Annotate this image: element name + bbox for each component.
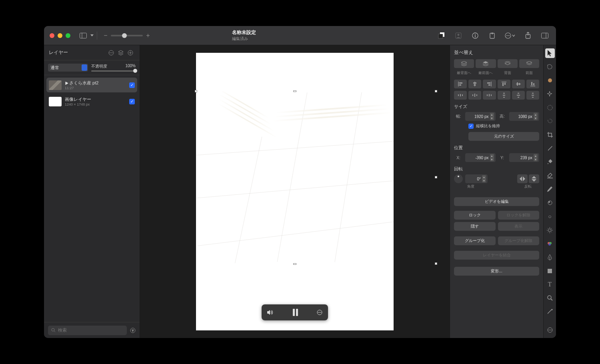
distribute-center-v-button[interactable] — [512, 91, 525, 100]
y-input[interactable]: 239 px▲▼ — [509, 153, 540, 162]
edit-video-button[interactable]: ビデオを編集 — [454, 197, 539, 206]
group-button[interactable]: グループ化 — [454, 236, 496, 245]
svg-rect-41 — [487, 82, 490, 84]
flip-horizontal-button[interactable] — [517, 174, 528, 183]
original-size-button[interactable]: 元のサイズ — [468, 132, 539, 141]
bring-forward-button[interactable] — [519, 59, 539, 68]
adjust-tool[interactable] — [545, 225, 555, 235]
x-input[interactable]: -390 px▲▼ — [465, 153, 496, 162]
eyedropper-tool[interactable] — [545, 307, 555, 316]
sidebar-dropdown-button[interactable] — [89, 31, 95, 40]
distribute-right-button[interactable] — [483, 91, 496, 100]
lasso-tool[interactable] — [545, 116, 555, 126]
smudge-tool[interactable] — [545, 198, 555, 208]
filter-icon[interactable] — [130, 328, 136, 333]
arrow-tool[interactable] — [545, 48, 555, 58]
merge-layers-button[interactable]: レイヤーを結合 — [454, 251, 539, 260]
svg-rect-36 — [459, 84, 461, 86]
sidebar-toggle-button[interactable] — [78, 31, 89, 40]
volume-button[interactable] — [267, 310, 274, 315]
info-button[interactable] — [470, 31, 481, 40]
unlock-button[interactable]: ロックを解除 — [498, 211, 540, 220]
opacity-slider[interactable] — [91, 70, 136, 72]
colors-button[interactable] — [436, 31, 447, 40]
distribute-bottom-button[interactable] — [526, 91, 539, 100]
layer-item-video[interactable]: さくら水産 pt2 11:27 ✓ — [46, 78, 137, 92]
pause-button[interactable] — [293, 309, 298, 316]
video-layer-content[interactable] — [196, 91, 394, 263]
pen-tool[interactable] — [545, 252, 555, 262]
height-input[interactable]: 1080 px▲▼ — [509, 112, 540, 121]
align-bottom-button[interactable] — [526, 80, 539, 88]
align-top-button[interactable] — [498, 80, 510, 88]
playbar-more-button[interactable] — [317, 310, 322, 315]
marquee-tool[interactable] — [545, 103, 555, 112]
ungroup-button[interactable]: グループ化解除 — [498, 236, 540, 245]
align-center-h-button[interactable] — [468, 80, 481, 88]
add-layer-icon[interactable] — [128, 50, 135, 56]
inspector-toggle-button[interactable] — [539, 31, 550, 40]
svg-rect-42 — [488, 84, 490, 86]
zoom-out-button[interactable]: − — [103, 31, 108, 40]
svg-point-23 — [112, 52, 113, 53]
new-doc-button[interactable] — [486, 31, 498, 40]
selection-handle-top[interactable] — [293, 90, 296, 92]
selection-handle-tr[interactable] — [435, 90, 437, 92]
zoom-in-button[interactable]: + — [145, 31, 151, 40]
layer-search-input[interactable]: 検索 — [48, 326, 127, 335]
layer-item-image[interactable]: 画像レイヤー 1240 × 1748 px ✓ — [46, 94, 137, 109]
selection-handle[interactable] — [195, 90, 197, 92]
freeform-select-tool[interactable] — [545, 62, 555, 72]
magic-wand-tool[interactable] — [545, 89, 555, 99]
zoom-tool[interactable] — [545, 293, 555, 303]
blend-mode-select[interactable]: 通常 — [48, 64, 88, 72]
minimize-window-button[interactable] — [58, 33, 62, 38]
svg-rect-69 — [532, 97, 534, 98]
selection-handle-br[interactable] — [435, 262, 437, 265]
flip-vertical-button[interactable] — [529, 174, 539, 183]
bring-to-front-button[interactable] — [476, 59, 496, 68]
color-select-tool[interactable] — [545, 76, 555, 85]
hide-button[interactable]: 隠す — [454, 222, 496, 231]
toolbar-more-icon[interactable] — [545, 325, 555, 335]
lock-button[interactable]: ロック — [454, 211, 496, 220]
fill-tool[interactable] — [545, 157, 555, 167]
canvas[interactable] — [140, 45, 450, 338]
show-button[interactable]: 表示 — [498, 222, 540, 231]
selection-handle-bottom[interactable] — [293, 263, 296, 265]
align-center-v-button[interactable] — [512, 80, 525, 88]
erase-tool[interactable] — [545, 171, 555, 180]
zoom-slider[interactable] — [111, 35, 143, 36]
transform-button[interactable]: 変形... — [454, 267, 539, 276]
align-left-button[interactable] — [454, 80, 467, 88]
layer-visibility-checkbox[interactable]: ✓ — [129, 99, 135, 104]
width-input[interactable]: 1920 px▲▼ — [465, 112, 496, 121]
crop-tool[interactable] — [545, 130, 555, 140]
layer-visibility-checkbox[interactable]: ✓ — [129, 82, 135, 88]
svg-rect-0 — [80, 33, 87, 38]
svg-point-74 — [548, 229, 551, 232]
share-button[interactable] — [522, 31, 534, 40]
clone-tool[interactable]: ○ — [545, 212, 555, 221]
more-menu-button[interactable] — [503, 31, 517, 40]
angle-input[interactable]: 0°▲▼ — [465, 174, 488, 183]
effects-tool[interactable] — [545, 239, 555, 248]
layers-options-icon[interactable] — [108, 50, 116, 56]
send-backward-button[interactable] — [498, 59, 518, 68]
selection-handle-r[interactable] — [435, 176, 437, 178]
pencil-tool[interactable] — [545, 184, 555, 194]
send-to-back-button[interactable] — [454, 59, 474, 68]
close-window-button[interactable] — [50, 33, 54, 38]
fullscreen-window-button[interactable] — [66, 33, 70, 38]
distribute-center-h-button[interactable] — [468, 91, 481, 100]
text-tool[interactable]: T — [545, 280, 555, 289]
paint-tool[interactable] — [545, 144, 555, 153]
shape-tool[interactable] — [545, 266, 555, 276]
distribute-left-button[interactable] — [454, 91, 467, 100]
distribute-top-button[interactable] — [498, 91, 510, 100]
rotation-dial[interactable] — [454, 174, 463, 183]
layers-stack-icon[interactable] — [118, 50, 125, 56]
aspect-ratio-checkbox[interactable]: ✓ — [468, 124, 474, 129]
align-right-button[interactable] — [483, 80, 496, 88]
person-button[interactable] — [453, 31, 464, 40]
